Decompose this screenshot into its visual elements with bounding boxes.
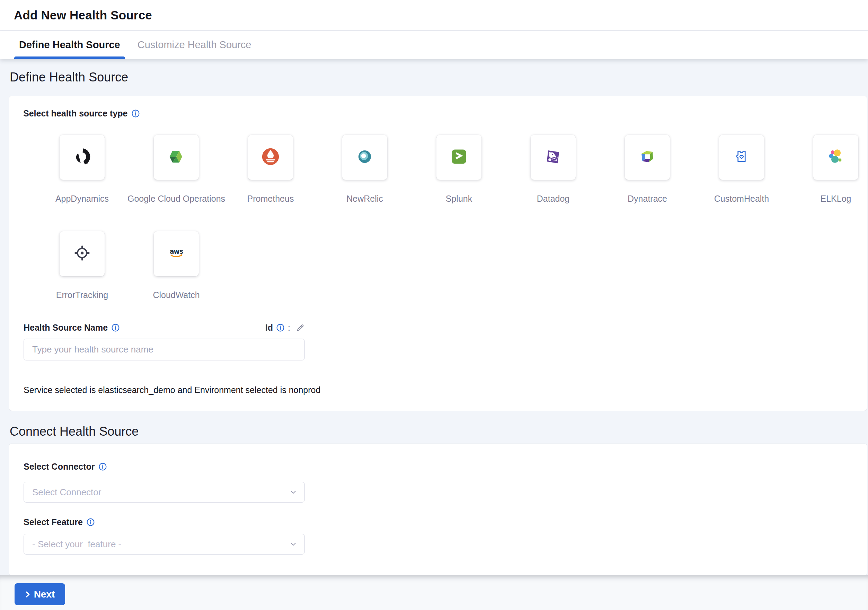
source-option-splunk: Splunk [412,135,506,204]
source-option-prometheus: Prometheus [223,135,318,204]
splunk-icon [449,147,469,168]
dynatrace-icon [637,147,657,168]
customhealth-tile[interactable] [719,135,764,180]
health-source-name-input[interactable] [23,338,305,360]
info-icon[interactable] [276,323,285,332]
add-health-source-page: Add New Health Source Define Health Sour… [0,0,868,610]
source-option-datadog: Datadog [506,135,600,204]
health-source-name-row: Health Source Name Id : [23,323,305,333]
service-environment-note: Service selected is elasticsearch_demo a… [23,385,320,395]
select-type-label: Select health source type [23,109,128,118]
info-icon[interactable] [98,463,107,471]
select-feature-label: Select Feature [23,517,83,527]
elklog-tile[interactable] [813,135,858,180]
source-option-dynatrace: Dynatrace [600,135,694,204]
errortracking-tile[interactable] [60,231,105,276]
id-label: Id [265,323,273,333]
datadog-tile[interactable] [531,135,576,180]
chevron-down-icon [291,490,296,494]
next-button[interactable]: Next [14,583,65,605]
tab-define-health-source[interactable]: Define Health Source [14,31,125,59]
info-icon[interactable] [86,518,95,526]
info-icon[interactable] [111,323,120,332]
wizard-footer: Next [0,575,868,610]
tab-label: Customize Health Source [138,39,251,51]
connect-section-heading: Connect Health Source [10,424,138,439]
id-colon: : [288,323,290,333]
dialog-header: Add New Health Source [0,0,868,31]
errortracking-icon [72,243,92,264]
dynatrace-tile[interactable] [625,135,670,180]
connector-select-placeholder: Select Connector [32,487,101,498]
source-option-appdynamics: AppDynamics [35,135,129,204]
chevron-right-icon [25,591,31,598]
source-option-errortracking: ErrorTracking [35,231,129,300]
define-section-heading: Define Health Source [10,70,128,85]
select-feature-label-row: Select Feature [23,517,95,527]
source-option-newrelic: NewRelic [318,135,412,204]
chevron-down-icon [291,542,296,546]
splunk-tile[interactable] [436,135,482,180]
cloudwatch-icon: aws [166,243,186,264]
source-option-google-cloud-operations: Google Cloud Operations [129,135,223,204]
customhealth-icon [732,147,752,168]
datadog-icon [543,147,563,168]
prometheus-tile[interactable] [248,135,293,180]
elklog-icon [826,147,846,168]
page-title: Add New Health Source [14,0,152,31]
prometheus-icon [260,147,281,168]
svg-text:aws: aws [170,248,183,255]
tab-label: Define Health Source [19,39,120,51]
newrelic-icon [355,147,375,168]
id-group: Id : [265,323,305,333]
select-type-label-row: Select health source type [23,109,140,118]
select-connector-label-row: Select Connector [23,462,107,472]
source-option-customhealth: CustomHealth [694,135,789,204]
feature-select-placeholder: - Select your feature - [32,539,121,550]
define-health-source-card: Select health source type AppDynamics [9,96,867,411]
cloudwatch-tile[interactable]: aws [154,231,199,276]
edit-id-pencil-icon[interactable] [296,323,305,332]
google-cloud-operations-icon [166,147,186,168]
appdynamics-icon [72,147,92,168]
info-icon[interactable] [131,109,140,118]
tab-customize-health-source[interactable]: Customize Health Source [133,31,256,59]
next-button-label: Next [34,589,55,600]
source-option-cloudwatch: aws CloudWatch [129,231,223,300]
connect-health-source-card: Select Connector Select Connector Select… [9,444,867,575]
health-source-name-label: Health Source Name [23,323,108,333]
source-option-elklog: ELKLog [789,135,868,204]
select-connector-label: Select Connector [23,462,95,472]
feature-select[interactable]: - Select your feature - [23,534,305,554]
newrelic-tile[interactable] [342,135,387,180]
appdynamics-tile[interactable] [60,135,105,180]
source-type-grid: AppDynamics Google Cloud Operations [35,135,868,300]
tab-bar: Define Health Source Customize Health So… [0,31,868,59]
google-cloud-operations-tile[interactable] [154,135,199,180]
health-source-name-label-group: Health Source Name [23,323,120,333]
connector-select[interactable]: Select Connector [23,482,305,503]
